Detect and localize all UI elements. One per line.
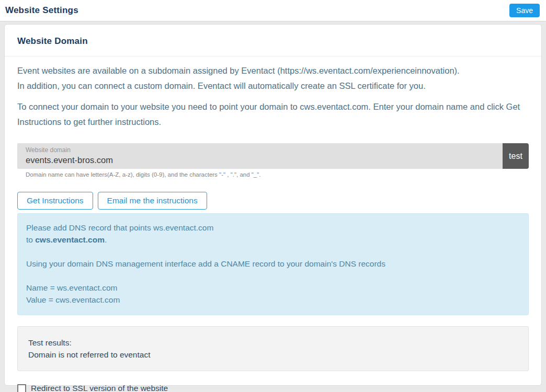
get-instructions-button[interactable]: Get Instructions: [17, 192, 93, 210]
domain-helper-text: Domain name can have letters(A-Z, a-z), …: [26, 171, 529, 178]
cname-instruction-line: Using your domain DNS management interfa…: [26, 258, 520, 270]
spacer: [26, 270, 520, 282]
connect-paragraph: To connect your domain to your website y…: [17, 99, 529, 130]
test-results-title: Test results:: [28, 337, 518, 349]
domain-input-label: Website domain: [26, 146, 503, 154]
domain-input-container[interactable]: Website domain: [17, 143, 503, 169]
email-instructions-button[interactable]: Email me the instructions: [98, 192, 207, 210]
dns-line-2: to cws.eventact.com.: [26, 234, 520, 246]
card-heading: Website Domain: [5, 25, 541, 56]
ssl-redirect-label[interactable]: Redirect to SSL version of the website: [31, 384, 168, 392]
intro-line-1: Event websites are available on a subdom…: [17, 66, 460, 75]
top-header-bar: Website Settings Save: [0, 0, 546, 21]
cname-value-line: Value = cws.eventact.com: [26, 294, 520, 306]
domain-input[interactable]: [26, 154, 503, 166]
intro-line-2: In addition, you can connect a custom do…: [17, 81, 426, 90]
domain-input-row: Website domain test: [17, 143, 529, 169]
intro-paragraph: Event websites are available on a subdom…: [17, 63, 529, 94]
dns-line-1: Please add DNS record that points ws.eve…: [26, 222, 520, 234]
ssl-redirect-row: Redirect to SSL version of the website: [17, 384, 529, 392]
save-button[interactable]: Save: [509, 4, 540, 17]
card-body: Event websites are available on a subdom…: [5, 56, 541, 392]
cname-target-domain: cws.eventact.com: [35, 235, 105, 244]
spacer: [26, 246, 520, 258]
page-title: Website Settings: [5, 5, 78, 16]
test-domain-button[interactable]: test: [503, 143, 529, 169]
website-domain-card: Website Domain Event websites are availa…: [4, 24, 542, 386]
instruction-buttons-row: Get Instructions Email me the instructio…: [17, 192, 529, 210]
test-results-message: Domain is not referred to eventact: [28, 349, 518, 361]
dns-instructions-box: Please add DNS record that points ws.eve…: [17, 213, 529, 315]
ssl-redirect-checkbox[interactable]: [17, 384, 26, 392]
test-results-box: Test results: Domain is not referred to …: [17, 326, 529, 371]
cname-name-line: Name = ws.eventact.com: [26, 282, 520, 294]
